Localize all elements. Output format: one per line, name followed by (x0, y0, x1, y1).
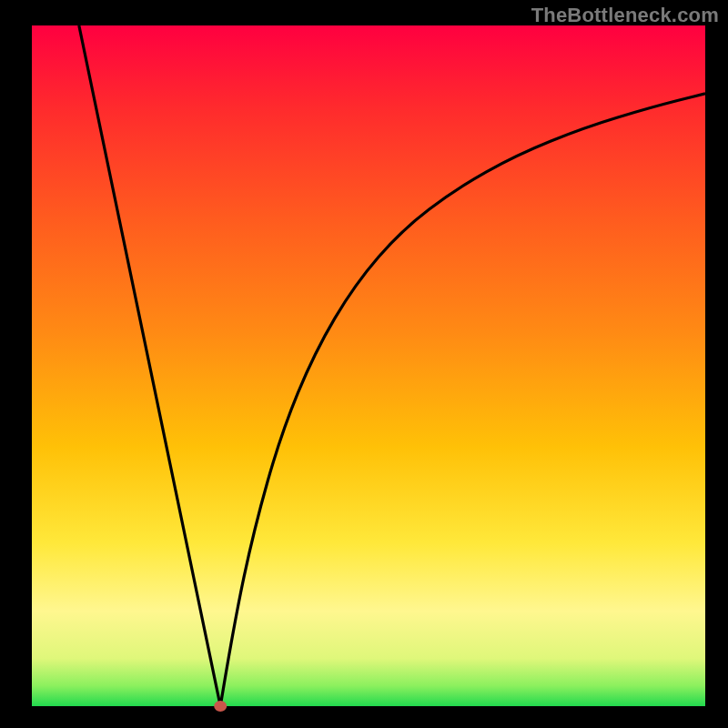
minimum-marker (214, 701, 227, 712)
chart-frame: TheBottleneck.com (0, 0, 728, 728)
plot-background (32, 25, 705, 706)
bottleneck-chart (0, 0, 728, 728)
watermark-text: TheBottleneck.com (531, 4, 719, 27)
